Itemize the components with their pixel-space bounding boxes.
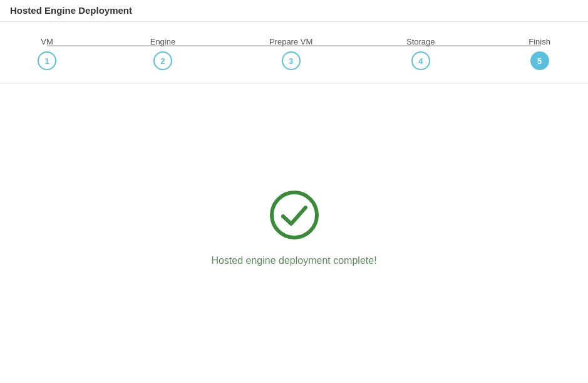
step-3[interactable]: Prepare VM 3 (269, 37, 312, 70)
step-2-circle: 2 (153, 51, 172, 70)
step-1-circle: 1 (38, 51, 56, 70)
steps-row: VM 1 Engine 2 Prepare VM 3 Storage 4 Fin… (38, 37, 550, 70)
step-5-label: Finish (529, 37, 550, 46)
success-message: Hosted engine deployment complete! (211, 255, 376, 266)
step-1[interactable]: VM 1 (38, 37, 56, 70)
step-4-label: Storage (406, 37, 435, 46)
svg-point-0 (272, 192, 317, 238)
header: Hosted Engine Deployment (0, 0, 588, 22)
step-1-label: VM (41, 37, 53, 46)
step-2[interactable]: Engine 2 (150, 37, 175, 70)
success-icon (269, 190, 319, 240)
step-3-label: Prepare VM (269, 37, 312, 46)
page-title: Hosted Engine Deployment (10, 5, 132, 16)
main-content: Hosted engine deployment complete! (0, 83, 588, 360)
step-5-circle: 5 (530, 51, 549, 70)
step-4[interactable]: Storage 4 (406, 37, 435, 70)
wizard-steps-container: VM 1 Engine 2 Prepare VM 3 Storage 4 Fin… (0, 22, 588, 83)
step-4-circle: 4 (411, 51, 430, 70)
step-5[interactable]: Finish 5 (529, 37, 550, 70)
step-2-label: Engine (150, 37, 175, 46)
step-3-circle: 3 (282, 51, 301, 70)
